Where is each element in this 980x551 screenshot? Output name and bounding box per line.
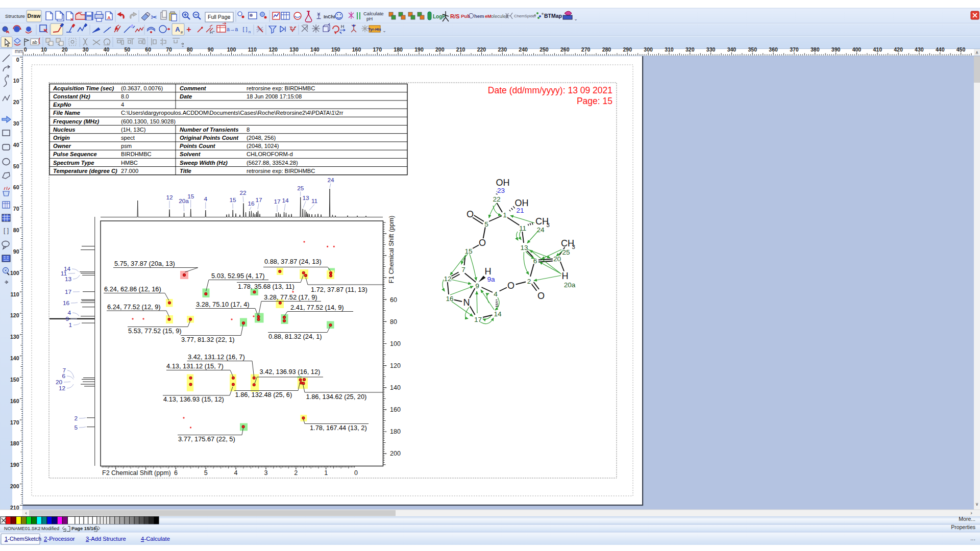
svg-text:120: 120 xyxy=(268,46,278,53)
svg-text:130: 130 xyxy=(289,46,299,53)
svg-text:...: ... xyxy=(970,535,975,542)
svg-text:130: 130 xyxy=(10,334,19,340)
svg-text:220: 220 xyxy=(477,46,486,53)
svg-text:230: 230 xyxy=(498,46,507,53)
svg-text:180: 180 xyxy=(394,46,403,53)
svg-text:13: 13 xyxy=(520,244,528,252)
svg-text:3: 3 xyxy=(572,244,575,250)
svg-text:3: 3 xyxy=(264,469,267,477)
svg-text:4: 4 xyxy=(121,102,124,108)
svg-text:Number of Transients: Number of Transients xyxy=(180,127,238,133)
svg-text:pH: pH xyxy=(366,16,373,21)
svg-text:160: 160 xyxy=(390,406,401,413)
svg-text:(2048, 256): (2048, 256) xyxy=(247,135,276,141)
svg-text:23: 23 xyxy=(497,187,505,194)
svg-text:90: 90 xyxy=(208,46,214,53)
svg-text:12: 12 xyxy=(59,385,65,392)
svg-text:5: 5 xyxy=(484,220,488,228)
svg-text:80: 80 xyxy=(187,46,193,53)
svg-text:1.72, 37.87 (11, 13): 1.72, 37.87 (11, 13) xyxy=(311,286,368,293)
svg-text:BTMap: BTMap xyxy=(544,13,562,19)
svg-text:File Name: File Name xyxy=(53,110,80,116)
svg-text:retrorsine exp: BIRDHMBC: retrorsine exp: BIRDHMBC xyxy=(247,168,315,174)
svg-text:80: 80 xyxy=(390,318,397,325)
svg-text:4: 4 xyxy=(494,290,498,298)
svg-text:370: 370 xyxy=(790,46,799,53)
svg-text:5: 5 xyxy=(74,424,78,431)
svg-text:60: 60 xyxy=(13,184,19,190)
svg-text:Owner: Owner xyxy=(53,143,71,149)
svg-text:›: › xyxy=(970,510,972,516)
svg-text:9: 9 xyxy=(475,282,479,290)
svg-text:∧: ∧ xyxy=(975,50,979,55)
svg-text:ExpNo: ExpNo xyxy=(53,102,71,108)
svg-text:60: 60 xyxy=(145,46,151,53)
svg-text:×: × xyxy=(70,16,74,22)
svg-text:3: 3 xyxy=(547,222,550,228)
svg-text:450: 450 xyxy=(957,46,966,53)
svg-text:27.000: 27.000 xyxy=(121,168,138,174)
svg-text:310: 310 xyxy=(665,46,674,53)
svg-text:270: 270 xyxy=(581,46,591,53)
svg-text:⌄: ⌄ xyxy=(227,14,231,20)
svg-text:3.28, 77.52 (17, 9): 3.28, 77.52 (17, 9) xyxy=(264,293,317,301)
svg-text:340: 340 xyxy=(727,46,737,53)
svg-text:13: 13 xyxy=(302,194,309,202)
svg-text:100: 100 xyxy=(390,340,401,347)
svg-text:350: 350 xyxy=(748,46,757,53)
svg-text:Date: Date xyxy=(180,93,192,99)
svg-text:-Calculate: -Calculate xyxy=(144,536,170,542)
svg-text:140: 140 xyxy=(390,384,401,391)
svg-text:190: 190 xyxy=(10,462,19,468)
svg-text:F1 Chemical Shift (ppm): F1 Chemical Shift (ppm) xyxy=(388,216,395,284)
svg-text:150: 150 xyxy=(10,377,19,383)
svg-text:170: 170 xyxy=(10,419,19,425)
svg-text:5.53, 77.52 (15, 9): 5.53, 77.52 (15, 9) xyxy=(128,327,182,335)
svg-text:4.13, 136.93 (15, 12): 4.13, 136.93 (15, 12) xyxy=(163,395,224,403)
svg-text:6: 6 xyxy=(62,372,65,380)
svg-text:Page: 15: Page: 15 xyxy=(577,96,612,106)
svg-text:50: 50 xyxy=(125,46,131,53)
svg-text:∨: ∨ xyxy=(975,502,979,507)
svg-text:4.13, 131.12 (15, 7): 4.13, 131.12 (15, 7) xyxy=(166,362,224,370)
svg-text:40: 40 xyxy=(13,142,19,148)
svg-text:15: 15 xyxy=(187,193,194,200)
svg-text:13: 13 xyxy=(65,276,72,283)
svg-text:170: 170 xyxy=(373,46,382,53)
svg-text:0: 0 xyxy=(16,57,19,63)
svg-text:200: 200 xyxy=(435,46,445,53)
svg-text:240: 240 xyxy=(519,46,528,53)
svg-text:(0.3637, 0.0076): (0.3637, 0.0076) xyxy=(121,85,163,91)
svg-text:100: 100 xyxy=(227,46,236,53)
svg-text:Structure: Structure xyxy=(5,13,25,19)
svg-text:✂: ✂ xyxy=(151,13,158,21)
svg-text:22: 22 xyxy=(493,195,500,203)
svg-text:Properties: Properties xyxy=(951,524,975,530)
svg-text:5: 5 xyxy=(204,469,208,477)
svg-text:Comment: Comment xyxy=(180,85,207,91)
svg-text:3.77, 175.67 (22, 5): 3.77, 175.67 (22, 5) xyxy=(178,435,235,443)
svg-text:12: 12 xyxy=(166,194,173,201)
svg-text:6.24, 62.86 (12, 16): 6.24, 62.86 (12, 16) xyxy=(104,285,161,293)
svg-text:0.88, 81.32 (24, 1): 0.88, 81.32 (24, 1) xyxy=(268,333,322,340)
svg-text:1: 1 xyxy=(68,321,72,329)
svg-text:H: H xyxy=(562,271,569,281)
svg-text:-Add Structure: -Add Structure xyxy=(89,536,126,542)
svg-text:BIRDHMBC: BIRDHMBC xyxy=(121,151,152,157)
svg-text:-ChemSketch: -ChemSketch xyxy=(8,536,41,542)
svg-text:20a: 20a xyxy=(564,281,576,289)
svg-text:300: 300 xyxy=(644,46,653,53)
svg-text:210: 210 xyxy=(456,46,465,53)
svg-text:16: 16 xyxy=(446,295,453,303)
svg-text:spect: spect xyxy=(121,135,135,141)
svg-text:Modified: Modified xyxy=(41,526,59,531)
svg-text:-Processor: -Processor xyxy=(47,536,75,542)
svg-text:9a: 9a xyxy=(487,276,495,283)
svg-text:25: 25 xyxy=(562,248,570,256)
svg-text:290: 290 xyxy=(623,46,632,53)
svg-text:110: 110 xyxy=(248,46,257,53)
svg-text:21: 21 xyxy=(516,207,524,214)
svg-text:25: 25 xyxy=(297,185,304,192)
svg-text:5.75, 37.87 (20a, 13): 5.75, 37.87 (20a, 13) xyxy=(114,260,175,267)
svg-text:120: 120 xyxy=(390,362,401,369)
